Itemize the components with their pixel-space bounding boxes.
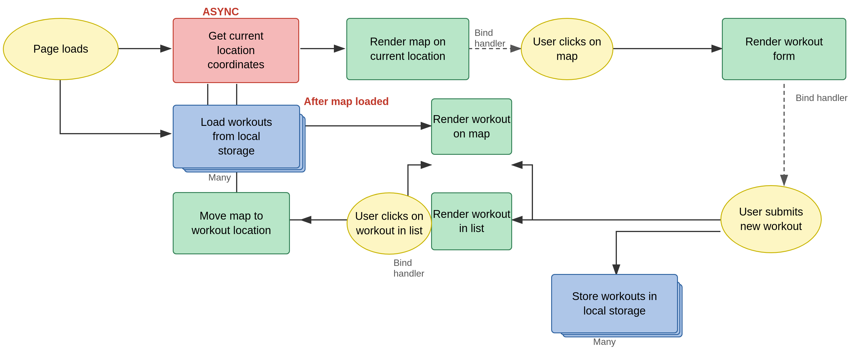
render-workout-list-label: Render workout in list [433, 207, 510, 236]
page-loads-label: Page loads [33, 42, 88, 56]
render-map-label: Render map on current location [370, 35, 446, 63]
user-clicks-list-label: User clicks on workout in list [355, 209, 424, 238]
render-form-node: Render workout form [722, 18, 846, 80]
user-clicks-map-node: User clicks on map [521, 18, 613, 80]
user-clicks-map-label: User clicks on map [533, 35, 601, 63]
load-workouts-node: Load workouts from local storage [173, 105, 300, 168]
user-submits-node: User submits new workout [720, 185, 822, 253]
render-workout-list-node: Render workout in list [431, 192, 512, 250]
many-label-1: Many [208, 172, 231, 183]
render-form-label: Render workout form [745, 35, 823, 63]
many-label-2: Many [593, 336, 616, 347]
move-map-node: Move map to workout location [173, 192, 290, 254]
flowchart-diagram: Page loads ASYNC Get current location co… [0, 0, 868, 355]
render-workout-map-label: Render workout on map [433, 112, 510, 141]
user-clicks-list-node: User clicks on workout in list [347, 192, 432, 255]
get-location-node: Get current location coordinates [173, 18, 299, 83]
page-loads-node: Page loads [3, 18, 119, 80]
user-submits-label: User submits new workout [739, 205, 803, 233]
store-workouts-label: Store workouts in local storage [572, 289, 657, 318]
move-map-label: Move map to workout location [191, 209, 271, 237]
bind-handler-1-label: Bind handler [474, 28, 505, 49]
render-map-node: Render map on current location [346, 18, 469, 80]
render-workout-map-node: Render workout on map [431, 98, 512, 155]
bind-handler-3-label: Bind handler [394, 258, 425, 279]
get-location-label: Get current location coordinates [208, 29, 264, 72]
after-map-loaded-label: After map loaded [304, 95, 389, 108]
load-workouts-label: Load workouts from local storage [200, 115, 272, 158]
bind-handler-2-label: Bind handler [796, 93, 848, 103]
async-label: ASYNC [203, 6, 239, 18]
store-workouts-node: Store workouts in local storage [551, 274, 678, 333]
